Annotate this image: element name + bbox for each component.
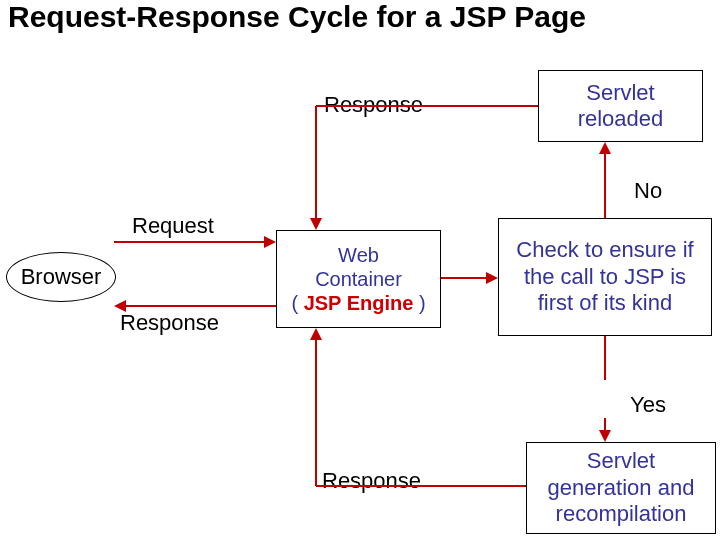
page-title: Request-Response Cycle for a JSP Page [8,0,586,34]
web-line1: Web [338,244,379,266]
response-label-browser: Response [120,310,219,336]
browser-node: Browser [6,252,116,302]
check-box: Check to ensure if the call to JSP is fi… [498,218,712,336]
browser-label: Browser [21,264,102,290]
web-container-text: Web Container ( JSP Engine ) [291,243,425,315]
response-label-top: Response [324,92,423,118]
svg-marker-1 [264,236,276,248]
yes-label: Yes [630,392,666,418]
response-label-bottom: Response [322,468,421,494]
svg-marker-8 [599,430,611,442]
no-label: No [634,178,662,204]
svg-marker-11 [310,328,322,340]
svg-marker-13 [599,142,611,154]
svg-marker-16 [310,218,322,230]
servlet-reloaded-box: Servlet reloaded [538,70,703,142]
request-label: Request [132,213,214,239]
web-container-box: Web Container ( JSP Engine ) [276,230,441,328]
jsp-engine-text: JSP Engine [304,292,414,314]
svg-marker-5 [486,272,498,284]
servlet-gen-text: Servlet generation and recompilation [535,448,707,527]
servlet-reloaded-text: Servlet reloaded [547,80,694,133]
servlet-gen-box: Servlet generation and recompilation [526,442,716,534]
web-paren-open: ( [291,292,303,314]
check-text: Check to ensure if the call to JSP is fi… [507,237,703,316]
web-line2: Container [315,268,402,290]
web-paren-close: ) [413,292,425,314]
